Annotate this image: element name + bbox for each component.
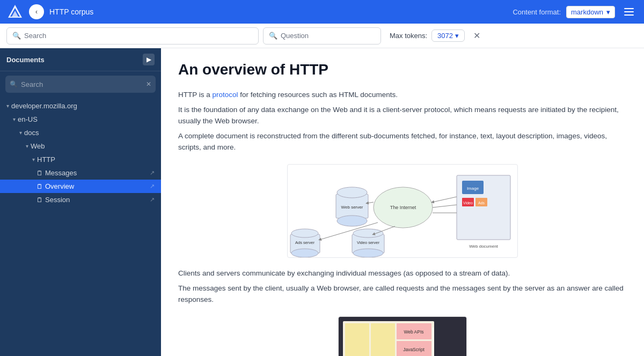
sidebar-search-input[interactable]: Search xyxy=(21,80,43,88)
logo-icon xyxy=(6,3,24,20)
format-value: markdown xyxy=(571,8,603,16)
messages-paragraph-1: Clients and servers communicate by excha… xyxy=(178,268,627,279)
svg-text:Ads server: Ads server xyxy=(295,240,314,245)
sidebar-item-label: Session xyxy=(45,196,70,204)
http-diagram-2: The Web HTML CSS Web APIs JavaScript H xyxy=(178,316,627,356)
sidebar-item-overview[interactable]: 🗒 Overview ↗ xyxy=(0,180,161,193)
svg-point-24 xyxy=(353,249,383,257)
sidebar-title: Documents xyxy=(6,56,45,64)
tokens-chevron-icon: ▾ xyxy=(455,32,459,40)
page-title: An overview of HTTP xyxy=(178,61,627,78)
max-tokens-label: Max tokens: xyxy=(390,32,427,40)
sidebar-item-web[interactable]: ▾ Web xyxy=(0,139,161,153)
sidebar-search-clear[interactable]: ✕ xyxy=(146,80,151,88)
menu-button[interactable] xyxy=(620,3,638,20)
sidebar-item-label: en-US xyxy=(18,115,38,123)
chevron-down-icon: ▾ xyxy=(26,143,28,149)
search-icon: 🔍 xyxy=(12,32,21,40)
http-diagram-1: Image Video Ads Web document The Interne… xyxy=(178,164,627,258)
sidebar-item-label: HTTP xyxy=(37,155,55,164)
search-bar-row: 🔍 Search 🔍 Question Max tokens: 3072 ▾ ✕ xyxy=(0,24,644,48)
content-format-select[interactable]: markdown ▾ xyxy=(566,6,615,18)
svg-text:Ads: Ads xyxy=(478,201,485,205)
svg-text:Video: Video xyxy=(463,201,473,205)
external-link-icon[interactable]: ↗ xyxy=(150,183,155,190)
svg-text:Web server: Web server xyxy=(341,205,363,210)
svg-rect-37 xyxy=(371,323,395,356)
messages-section: Clients and servers communicate by excha… xyxy=(178,268,627,306)
svg-text:Video server: Video server xyxy=(357,240,379,245)
sidebar-item-messages[interactable]: 🗒 Messages ↗ xyxy=(0,166,161,180)
intro-paragraph-2: It is the foundation of any data exchang… xyxy=(178,104,627,127)
svg-text:JavaScript: JavaScript xyxy=(403,347,425,352)
document-icon: 🗒 xyxy=(36,169,43,177)
svg-text:Web document: Web document xyxy=(469,244,498,249)
sidebar-tree: ▾ developer.mozilla.org ▾ en-US ▾ docs ▾… xyxy=(0,97,161,356)
intro-section: HTTP is a protocol for fetching resource… xyxy=(178,89,627,153)
sidebar: Documents ▶ 🔍 Search ✕ ▾ developer.mozil… xyxy=(0,48,161,356)
question-input[interactable]: Question xyxy=(281,32,309,40)
search-box[interactable]: 🔍 Search xyxy=(6,27,259,44)
collapse-sidebar-button[interactable]: ▶ xyxy=(143,54,155,65)
hamburger-line xyxy=(624,14,634,16)
svg-point-19 xyxy=(291,229,318,238)
sidebar-header: Documents ▶ xyxy=(0,48,161,71)
sidebar-item-label: Overview xyxy=(45,182,74,190)
intro-paragraph-3: A complete document is reconstructed fro… xyxy=(178,130,627,153)
content-area: An overview of HTTP HTTP is a protocol f… xyxy=(161,48,644,356)
sidebar-item-label: Web xyxy=(31,142,45,150)
document-icon: 🗒 xyxy=(36,196,43,204)
sidebar-item-en-us[interactable]: ▾ en-US xyxy=(0,113,161,126)
document-icon: 🗒 xyxy=(36,183,43,190)
sidebar-search-box[interactable]: 🔍 Search ✕ xyxy=(5,76,156,93)
sidebar-item-label: developer.mozilla.org xyxy=(11,102,77,110)
sidebar-item-docs[interactable]: ▾ docs xyxy=(0,126,161,139)
svg-line-26 xyxy=(433,197,457,202)
svg-point-15 xyxy=(337,187,367,198)
app-header: ‹ HTTP corpus Content format: markdown ▾ xyxy=(0,0,644,24)
client-server-diagram: Image Video Ads Web document The Interne… xyxy=(287,164,518,258)
max-tokens-select[interactable]: 3072 ▾ xyxy=(431,29,465,42)
svg-point-20 xyxy=(291,249,318,257)
svg-text:The Internet: The Internet xyxy=(390,205,416,210)
sidebar-item-label: docs xyxy=(24,129,39,137)
chevron-down-icon: ▾ xyxy=(32,157,35,162)
format-chevron-icon: ▾ xyxy=(606,8,610,16)
sidebar-item-session[interactable]: 🗒 Session ↗ xyxy=(0,193,161,206)
hamburger-line xyxy=(624,8,634,9)
external-link-icon[interactable]: ↗ xyxy=(150,196,155,203)
chevron-down-icon: ▾ xyxy=(19,130,22,136)
main-area: Documents ▶ 🔍 Search ✕ ▾ developer.mozil… xyxy=(0,48,644,356)
svg-point-23 xyxy=(353,229,383,238)
svg-text:Image: Image xyxy=(467,186,479,191)
protocol-link[interactable]: protocol xyxy=(213,91,238,99)
back-button[interactable]: ‹ xyxy=(29,4,44,19)
intro-paragraph-1: HTTP is a protocol for fetching resource… xyxy=(178,89,627,101)
hamburger-line xyxy=(624,11,634,12)
sidebar-item-developer-mozilla[interactable]: ▾ developer.mozilla.org xyxy=(0,99,161,113)
svg-text:Web APIs: Web APIs xyxy=(404,329,423,335)
question-search-icon: 🔍 xyxy=(269,32,277,40)
sidebar-item-label: Messages xyxy=(45,169,77,177)
content-format-label: Content format: xyxy=(513,8,561,16)
close-button[interactable]: ✕ xyxy=(469,28,484,43)
svg-line-27 xyxy=(433,205,457,207)
chevron-down-icon: ▾ xyxy=(13,116,16,122)
search-input[interactable]: Search xyxy=(24,32,46,40)
external-link-icon[interactable]: ↗ xyxy=(150,169,155,176)
svg-rect-35 xyxy=(345,323,369,356)
sidebar-item-http[interactable]: ▾ HTTP xyxy=(0,153,161,166)
question-box[interactable]: 🔍 Question xyxy=(263,27,381,44)
svg-point-16 xyxy=(337,216,367,226)
http-stack-diagram: The Web HTML CSS Web APIs JavaScript H xyxy=(338,316,467,356)
sidebar-search-icon: 🔍 xyxy=(10,80,18,88)
messages-paragraph-2: The messages sent by the client, usually… xyxy=(178,283,627,306)
chevron-down-icon: ▾ xyxy=(6,103,9,109)
tokens-value: 3072 xyxy=(437,32,453,40)
corpus-title: HTTP corpus xyxy=(49,8,507,16)
